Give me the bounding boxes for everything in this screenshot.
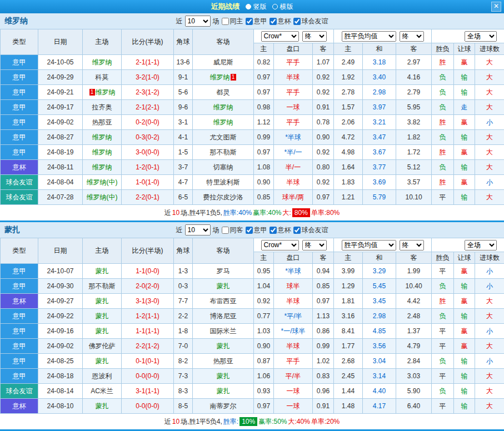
home-water: 0.82 [254, 55, 274, 70]
corners: 9-6 [174, 100, 193, 115]
home-water: 0.97 [254, 85, 274, 100]
away-water: 0.86 [313, 324, 334, 339]
handicap: 球半/两 [274, 190, 313, 205]
away-team: 热那亚 [193, 354, 254, 369]
away-water: 1.13 [313, 309, 334, 324]
goals-size: 大 [475, 70, 504, 85]
avg-odds-select[interactable]: 胜平负均值 [342, 31, 396, 42]
avg-away-odds: 1.99 [396, 264, 432, 279]
cup-box[interactable] [270, 18, 277, 25]
avg-draw-odds: 4.85 [363, 324, 396, 339]
avg-draw-odds: 3.45 [363, 294, 396, 309]
avg-draw-odds: 4.40 [363, 384, 396, 399]
match-type: 意甲 [1, 55, 38, 70]
league-checkbox-seriea[interactable]: 意甲 [246, 225, 267, 235]
result: 负 [432, 279, 454, 294]
match-row: 意甲24-09-29科莫3-2(1-0)9-1维罗纳10.97半球0.921.9… [1, 70, 504, 85]
league-checkbox-cup[interactable]: 意杯 [270, 17, 291, 26]
result: 负 [432, 354, 454, 369]
handicap-result: 输 [454, 384, 475, 399]
close-icon[interactable]: ✕ [491, 2, 501, 12]
avg-home-odds: 1.83 [334, 175, 363, 190]
near-label: 近 [176, 17, 183, 26]
final-odds-select[interactable]: 终 [302, 31, 327, 42]
score: 0-2(0-0) [122, 115, 174, 130]
bookmaker-select[interactable]: Crow* [261, 240, 299, 250]
avg-final-select[interactable]: 终 [400, 31, 424, 42]
corners: 6-5 [174, 190, 193, 205]
home-team: 恩波利 [83, 369, 122, 384]
score: 2-1(2-1) [122, 100, 174, 115]
match-row: 意甲24-08-19维罗纳3-0(0-0)1-5那不勒斯0.97*半/一0.92… [1, 145, 504, 160]
away-water: 0.90 [313, 130, 334, 145]
radio-selected-icon [246, 4, 251, 9]
avg-away-odds: 5.12 [396, 160, 432, 175]
avg-final-select[interactable]: 终 [400, 240, 424, 250]
same-venue-box[interactable] [222, 18, 229, 25]
red-card-badge: 1 [89, 89, 95, 96]
handicap: 半/一 [274, 160, 313, 175]
bookmaker-select[interactable]: Crow* [261, 31, 299, 42]
away-water: 0.94 [313, 264, 334, 279]
match-type: 意甲 [1, 339, 38, 354]
fulltime-select[interactable]: 全场 [465, 31, 497, 42]
layout-radio-horizontal[interactable]: 横版 [272, 2, 293, 12]
goals-size: 大 [475, 294, 504, 309]
recent-count-select[interactable]: 10 [185, 16, 211, 27]
goals-size: 大 [475, 384, 504, 399]
col-header-score: 比分(半场) [122, 238, 174, 264]
avg-draw-odds: 3.21 [363, 115, 396, 130]
league-checkbox-friendly[interactable]: 球会友谊 [293, 17, 328, 26]
recent-count-select[interactable]: 10 [185, 224, 211, 235]
score: 1-2(0-1) [122, 160, 174, 175]
away-team: 国际米兰 [193, 324, 254, 339]
avg-away-odds: 2.97 [396, 55, 432, 70]
match-type: 球会友谊 [1, 175, 38, 190]
goals-size: 大 [475, 369, 504, 384]
score: 0-3(0-2) [122, 130, 174, 145]
final-odds-select[interactable]: 终 [302, 240, 327, 250]
radio-unselected-icon [272, 4, 278, 9]
avg-home-odds: 1.48 [334, 399, 363, 414]
same-venue-checkbox[interactable]: 同主 [222, 17, 243, 26]
avg-odds-select[interactable]: 胜平负均值 [342, 240, 396, 250]
result: 胜 [432, 294, 454, 309]
friendly-box[interactable] [293, 227, 301, 234]
handicap-result: 输 [454, 130, 475, 145]
score: 2-2(1-2) [122, 339, 174, 354]
handicap: *半/一 [274, 145, 313, 160]
handicap: *半球 [274, 130, 313, 145]
away-water: 0.97 [313, 190, 334, 205]
col-header-odds-home: 主 [254, 252, 274, 264]
home-water: 0.93 [254, 384, 274, 399]
home-team: 那不勒斯 [83, 279, 122, 294]
league-checkbox-friendly[interactable]: 球会友谊 [293, 225, 328, 235]
handicap: *平/半 [274, 309, 313, 324]
match-type: 意甲 [1, 85, 38, 100]
result: 负 [432, 85, 454, 100]
fulltime-select[interactable]: 全场 [465, 240, 497, 250]
col-header-odds-home: 主 [254, 43, 274, 55]
same-venue-checkbox[interactable]: 同客 [222, 225, 243, 235]
league-checkbox-seriea[interactable]: 意甲 [246, 17, 267, 26]
avg-home-odds: 4.72 [334, 130, 363, 145]
friendly-box[interactable] [293, 18, 301, 25]
home-water: 0.97 [254, 399, 274, 414]
col-header-avg-away: 客 [396, 252, 432, 264]
same-venue-box[interactable] [222, 227, 229, 234]
goals-size: 大 [475, 309, 504, 324]
handicap-result: 赢 [454, 294, 475, 309]
handicap-result: 赢 [454, 324, 475, 339]
col-header-result: 胜负 [432, 252, 454, 264]
seriea-box[interactable] [246, 18, 253, 25]
league-checkbox-cup[interactable]: 意杯 [270, 225, 291, 235]
avg-away-odds: 10.40 [396, 279, 432, 294]
match-date: 24-10-05 [38, 55, 83, 70]
layout-radio-vertical[interactable]: 竖版 [246, 2, 267, 12]
result: 胜 [432, 115, 454, 130]
score: 3-2(1-0) [122, 70, 174, 85]
seriea-box[interactable] [246, 227, 253, 234]
cup-box[interactable] [270, 227, 277, 234]
avg-home-odds: 1.81 [334, 294, 363, 309]
summary-segment: 场,胜1平5负4, [181, 417, 222, 427]
